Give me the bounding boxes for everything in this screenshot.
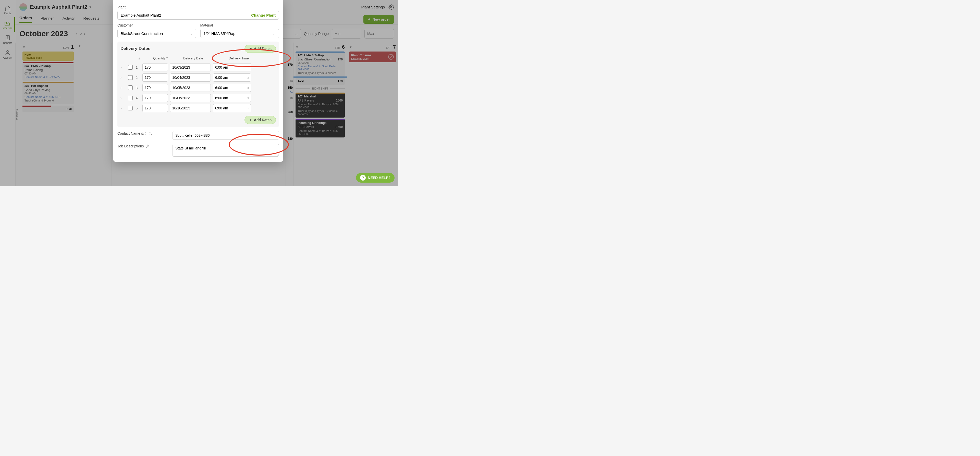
quantity-input[interactable]	[142, 73, 168, 82]
plant-value: Example Asphalt Plant2	[121, 13, 161, 17]
qty-min-input[interactable]	[332, 29, 361, 38]
next-month-button[interactable]: ›	[84, 31, 85, 36]
expand-row-button[interactable]: ›	[121, 96, 126, 100]
home-icon	[5, 5, 11, 11]
quantity-input[interactable]	[142, 63, 168, 71]
clear-time-button[interactable]: x	[248, 76, 249, 79]
delivery-dates-section: Delivery Dates ＋ Add Dates # Quantity * …	[118, 41, 279, 127]
material-field-label: Material	[200, 23, 279, 27]
nav-reports[interactable]: Reports	[0, 32, 15, 47]
help-button[interactable]: ? NEED HELP?	[356, 173, 395, 183]
chevron-down-icon: ⌄	[295, 31, 298, 36]
tab-requests[interactable]: Requests	[83, 16, 99, 22]
order-card[interactable]: 1/2" Marshal AFB Pavers1500 Contact Name…	[296, 92, 345, 118]
date-input[interactable]	[170, 73, 211, 82]
plant-closure-card[interactable]: Plant Closure Dragslat Maint	[349, 51, 396, 62]
order-truck: Truck (Qty and Type): 6	[24, 99, 72, 102]
tab-planner[interactable]: Planner	[41, 16, 54, 22]
day-collapse-toggle[interactable]: ▼	[22, 45, 25, 49]
stop-icon	[388, 54, 394, 60]
document-icon	[5, 35, 11, 41]
expand-row-button[interactable]: ›	[121, 75, 126, 79]
order-time: 06:45 AM	[24, 92, 72, 95]
day-of-week: FRI	[335, 46, 340, 49]
night-shift-label: NIGHT SHIFT	[310, 87, 330, 90]
delivery-row: › 4 6:00 amx	[121, 93, 276, 103]
order-card[interactable]: 1/2" HMA 35%Rap BlackStreet Construction…	[296, 51, 345, 76]
svg-point-1	[6, 51, 9, 52]
tab-activity[interactable]: Activity	[62, 16, 75, 22]
plus-icon: ＋	[249, 46, 252, 51]
clear-time-button[interactable]: x	[248, 86, 249, 89]
person-icon	[145, 144, 150, 148]
col-qty: Quantity *	[153, 56, 181, 60]
new-order-button[interactable]: ＋ New order	[363, 15, 394, 24]
day-collapse-toggle[interactable]: ▼	[349, 45, 352, 49]
nav-account-label: Account	[3, 56, 12, 59]
quantity-input[interactable]	[142, 94, 168, 102]
order-customer: AFB Pavers	[298, 99, 314, 102]
clear-time-button[interactable]: x	[248, 106, 249, 110]
row-checkbox[interactable]	[128, 75, 133, 80]
order-frag: 5-	[286, 91, 293, 94]
nav-schedule[interactable]: Schedule	[0, 17, 15, 32]
clear-time-button[interactable]: x	[248, 66, 249, 69]
day-collapse-toggle[interactable]: ▼	[78, 44, 81, 48]
customer-value: BlackStreet Construction	[121, 31, 163, 36]
time-input[interactable]: 6:00 amx	[213, 94, 251, 102]
job-description-input[interactable]: State St mill and fill	[172, 144, 279, 157]
order-card[interactable]: Incoming Grindings AFB Pavers-1500 Conta…	[296, 119, 345, 137]
qty-max-input[interactable]	[364, 29, 394, 38]
week-label: Week#40	[15, 43, 21, 186]
today-button[interactable]: ○	[80, 31, 82, 36]
svg-point-3	[150, 132, 151, 133]
date-input[interactable]	[170, 94, 211, 102]
row-checkbox[interactable]	[128, 65, 133, 70]
time-input[interactable]: 6:00 amx	[213, 84, 251, 92]
add-dates-button-top[interactable]: ＋ Add Dates	[245, 44, 276, 53]
customer-select[interactable]: BlackStreet Construction ⌄	[118, 29, 196, 38]
question-icon: ?	[360, 175, 366, 181]
clear-time-button[interactable]: x	[248, 96, 249, 100]
contact-input[interactable]	[172, 131, 279, 140]
day-total: Total 170	[296, 78, 345, 85]
row-checkbox[interactable]	[128, 95, 133, 100]
row-number: 1	[136, 65, 140, 69]
plant-selector[interactable]: Example Asphalt Plant2 ▼	[30, 4, 92, 10]
material-select[interactable]: 1/2" HMA 35%Rap ⌄	[200, 29, 279, 38]
gear-icon[interactable]	[388, 4, 394, 10]
tab-orders[interactable]: Orders	[19, 16, 32, 23]
day-of-week: SAT	[386, 46, 391, 49]
quantity-input[interactable]	[142, 84, 168, 92]
date-input[interactable]	[170, 84, 211, 92]
order-qty-frag: 580	[286, 137, 293, 140]
date-input[interactable]	[170, 104, 211, 112]
order-card[interactable]: 3/4" Hot Asphalt Good Guys Paving 06:45 …	[22, 82, 74, 104]
change-plant-button[interactable]: Change Plant	[251, 13, 275, 17]
order-card[interactable]: 3/4" HMA 25%Rap Prime Paving 07:30 AM Co…	[22, 62, 74, 81]
nav-plants[interactable]: Plants	[0, 3, 15, 17]
time-input[interactable]: 6:00 amx	[213, 63, 251, 71]
day-of-week: SUN	[63, 46, 68, 49]
row-checkbox[interactable]	[128, 86, 133, 90]
expand-row-button[interactable]: ›	[121, 65, 126, 69]
note-card[interactable]: Note Potential Rain	[22, 51, 74, 61]
plant-settings-link[interactable]: Plant Settings	[361, 5, 385, 9]
plant-field: Example Asphalt Plant2 Change Plant	[118, 11, 279, 20]
row-checkbox[interactable]	[128, 106, 133, 110]
prev-month-button[interactable]: ‹	[76, 31, 77, 36]
date-input[interactable]	[170, 63, 211, 71]
add-dates-button-bottom[interactable]: ＋ Add Dates	[245, 116, 276, 124]
night-shift-divider: NIGHT SHIFT	[296, 87, 345, 90]
quantity-input[interactable]	[142, 104, 168, 112]
order-material: 1/2" Marshal	[298, 95, 316, 98]
expand-row-button[interactable]: ›	[121, 86, 126, 90]
note-title: Note	[24, 53, 72, 56]
nav-account[interactable]: Account	[0, 47, 15, 62]
time-input[interactable]: 6:00 amx	[213, 104, 251, 112]
day-collapse-toggle[interactable]: ▼	[296, 45, 299, 49]
expand-row-button[interactable]: ›	[121, 106, 126, 110]
time-input[interactable]: 6:00 amx	[213, 73, 251, 82]
person-icon	[148, 131, 153, 136]
plus-icon: ＋	[368, 17, 371, 22]
